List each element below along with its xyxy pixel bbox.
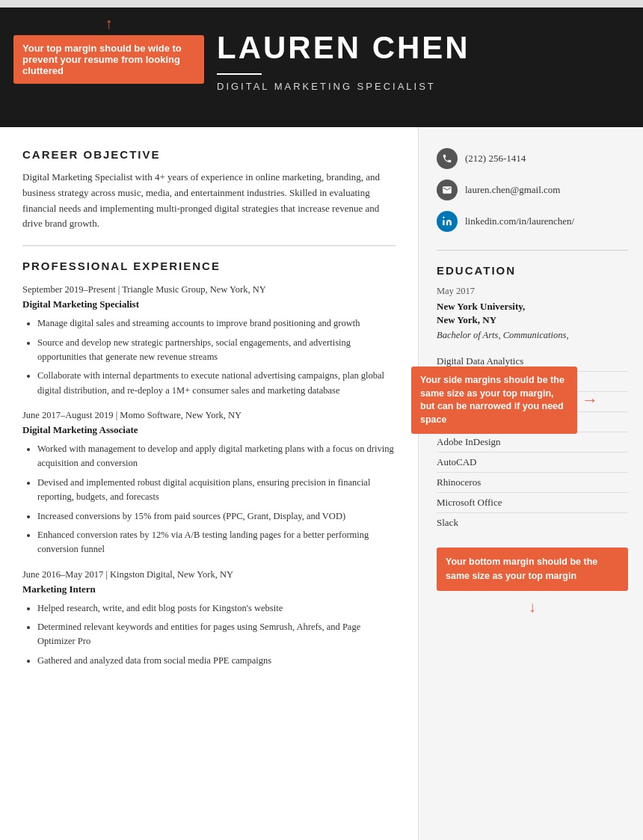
resume-header: ↑ Your top margin should be wide to prev… (0, 7, 643, 127)
job-period-1: September 2019–Present | Triangle Music … (22, 284, 396, 295)
phone-text: (212) 256-1414 (465, 153, 526, 165)
bottom-arrow-down: ↓ (437, 598, 628, 616)
bullet-item: Worked with management to develop and ap… (37, 442, 396, 471)
main-content: CAREER OBJECTIVE Digital Marketing Speci… (0, 127, 643, 840)
side-margin-annotation: Your side margins should be the same siz… (411, 367, 598, 434)
edu-date: May 2017 (437, 286, 628, 297)
job-title-3: Marketing Intern (22, 583, 396, 595)
career-objective-text: Digital Marketing Specialist with 4+ yea… (22, 170, 396, 232)
skill-item: Rhinoceros (437, 473, 628, 493)
job-title-1: Digital Marketing Specialist (22, 298, 396, 310)
career-objective-title: CAREER OBJECTIVE (22, 148, 396, 161)
edu-school: New York University,New York, NY (437, 300, 628, 327)
bottom-annotation-box: Your bottom margin should be the same si… (437, 548, 628, 591)
email-icon (437, 180, 458, 200)
resume-page: ↑ Your top margin should be wide to prev… (0, 7, 643, 840)
education-title: EDUCATION (437, 264, 628, 277)
contact-email: lauren.chen@gmail.com (437, 180, 628, 200)
job-bullets-1: Manage digital sales and streaming accou… (22, 316, 396, 398)
job-period-3: June 2016–May 2017 | Kingston Digital, N… (22, 569, 396, 580)
right-arrow-icon: → (582, 390, 598, 410)
header-divider (217, 73, 262, 75)
skill-item: AutoCAD (437, 453, 628, 473)
bullet-item: Source and develop new strategic partner… (37, 336, 396, 365)
bullet-item: Increased conversions by 15% from paid s… (37, 509, 396, 524)
section-divider-1 (22, 245, 396, 246)
top-arrow-up: ↑ (13, 15, 204, 32)
skill-item: Adobe InDesign (437, 432, 628, 453)
resume-name: LAUREN CHEN (217, 30, 621, 66)
bullet-item: Collaborate with internal departments to… (37, 369, 396, 398)
contact-phone: (212) 256-1414 (437, 148, 628, 169)
right-divider (437, 250, 628, 251)
bullet-item: Enhanced conversion rates by 12% via A/B… (37, 528, 396, 557)
skill-item: Slack (437, 513, 628, 533)
job-bullets-2: Worked with management to develop and ap… (22, 442, 396, 557)
bottom-margin-section: Your bottom margin should be the same si… (437, 548, 628, 616)
email-text: lauren.chen@gmail.com (465, 184, 560, 196)
bullet-item: Helped research, write, and edit blog po… (37, 601, 396, 616)
linkedin-text: linkedin.com/in/laurenchen/ (465, 215, 574, 227)
edu-degree: Bachelor of Arts, Communications, (437, 330, 628, 341)
left-column: CAREER OBJECTIVE Digital Marketing Speci… (0, 127, 419, 840)
bullet-item: Gathered and analyzed data from social m… (37, 654, 396, 668)
contact-linkedin: linkedin.com/in/laurenchen/ (437, 211, 628, 232)
side-annotation-box: Your side margins should be the same siz… (411, 367, 577, 434)
top-margin-annotation: ↑ Your top margin should be wide to prev… (13, 15, 204, 84)
right-column: (212) 256-1414 lauren.chen@gmail.com lin… (419, 127, 643, 840)
bullet-item: Determined relevant keywords and entitie… (37, 620, 396, 649)
job-period-2: June 2017–August 2019 | Momo Software, N… (22, 410, 396, 421)
job-title-2: Digital Marketing Associate (22, 424, 396, 436)
skill-item: Microsoft Office (437, 493, 628, 513)
bullet-item: Devised and implemented robust digital a… (37, 476, 396, 505)
bullet-item: Manage digital sales and streaming accou… (37, 316, 396, 331)
phone-icon (437, 148, 458, 169)
resume-title: DIGITAL MARKETING SPECIALIST (217, 81, 621, 92)
professional-experience-title: PROFESSIONAL EXPERIENCE (22, 260, 396, 272)
contact-section: (212) 256-1414 lauren.chen@gmail.com lin… (437, 148, 628, 232)
job-bullets-3: Helped research, write, and edit blog po… (22, 601, 396, 669)
linkedin-icon (437, 211, 458, 232)
top-annotation-box: Your top margin should be wide to preven… (13, 35, 204, 84)
